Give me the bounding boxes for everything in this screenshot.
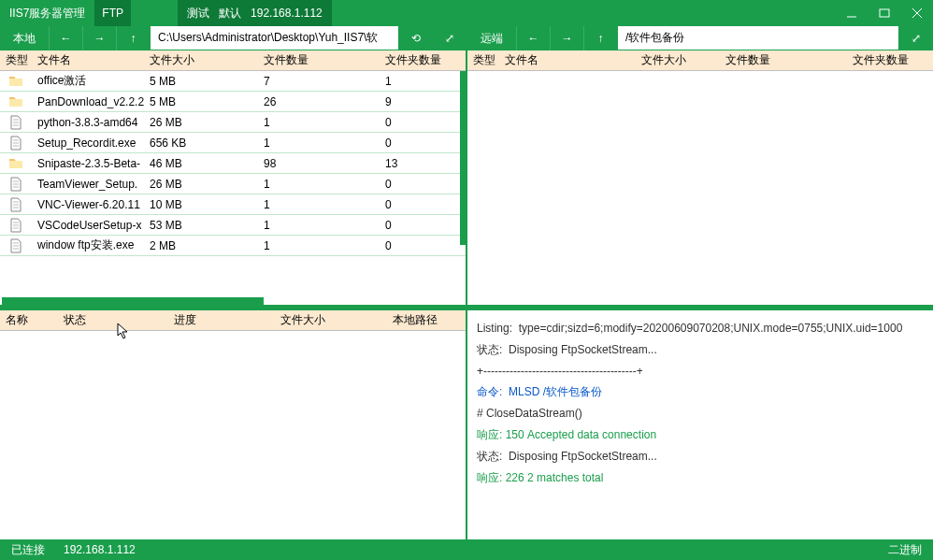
folder-count: 0	[380, 239, 466, 252]
file-count: 1	[258, 178, 380, 191]
local-pane: 类型 文件名 文件大小 文件数量 文件夹数量 office激活5 MB71Pan…	[0, 50, 467, 305]
statusbar: 已连接 192.168.1.112 二进制	[0, 539, 933, 560]
table-row[interactable]: Snipaste-2.3.5-Beta-46 MB9813	[0, 153, 466, 174]
file-name: TeamViewer_Setup.	[32, 178, 144, 191]
file-name: window ftp安装.exe	[32, 237, 144, 253]
tab-default: 默认	[219, 6, 241, 22]
local-back-button[interactable]: ←	[49, 26, 82, 50]
file-count: 7	[258, 75, 380, 88]
minimize-button[interactable]	[835, 0, 868, 26]
svg-rect-1	[880, 9, 889, 17]
local-label: 本地	[0, 26, 49, 50]
log-line: +---------------------------------------…	[477, 361, 924, 382]
file-count: 1	[258, 116, 380, 129]
close-button[interactable]	[900, 0, 933, 26]
folder-icon	[0, 74, 32, 89]
col-name[interactable]: 文件名	[32, 52, 144, 68]
folder-count: 0	[380, 116, 466, 129]
remote-pane: 类型 文件名 文件大小 文件数量 文件夹数量	[467, 50, 933, 305]
remote-forward-button[interactable]: →	[550, 26, 583, 50]
table-row[interactable]: window ftp安装.exe2 MB10	[0, 236, 466, 256]
local-columns: 类型 文件名 文件大小 文件数量 文件夹数量	[0, 50, 466, 71]
col-type[interactable]: 类型	[0, 52, 32, 68]
remote-columns: 类型 文件名 文件大小 文件数量 文件夹数量	[467, 50, 933, 71]
tab-test: 测试	[187, 6, 209, 22]
remote-path-input[interactable]: /软件包备份	[617, 26, 899, 50]
file-count: 1	[258, 136, 380, 150]
ftp-tag: FTP	[94, 0, 131, 26]
table-row[interactable]: VSCodeUserSetup-x53 MB10	[0, 215, 466, 236]
col-name[interactable]: 文件名	[499, 52, 636, 68]
file-icon	[0, 238, 32, 253]
local-up-button[interactable]: ↑	[116, 26, 150, 50]
tcol-progress[interactable]: 进度	[168, 312, 275, 328]
table-row[interactable]: TeamViewer_Setup.26 MB10	[0, 174, 466, 194]
local-forward-button[interactable]: →	[82, 26, 116, 50]
status-connected: 已连接	[11, 542, 45, 558]
table-row[interactable]: Setup_Recordit.exe656 KB10	[0, 133, 466, 153]
tcol-name[interactable]: 名称	[0, 312, 58, 328]
status-ip: 192.168.1.112	[64, 543, 136, 556]
folder-count: 9	[380, 95, 466, 108]
folder-count: 0	[380, 219, 466, 232]
file-icon	[0, 218, 32, 233]
col-size[interactable]: 文件大小	[636, 52, 720, 68]
table-row[interactable]: VNC-Viewer-6.20.1110 MB10	[0, 194, 466, 215]
folder-icon	[0, 156, 32, 171]
file-count: 26	[258, 95, 380, 108]
local-file-list[interactable]: office激活5 MB71PanDownload_v2.2.25 MB269p…	[0, 71, 466, 295]
scrollbar-thumb[interactable]	[460, 71, 466, 245]
col-files[interactable]: 文件数量	[258, 52, 380, 68]
file-name: PanDownload_v2.2.2	[32, 95, 144, 108]
tcol-path[interactable]: 本地路径	[387, 312, 466, 328]
file-icon	[0, 197, 32, 212]
file-size: 5 MB	[144, 75, 258, 88]
file-name: VSCodeUserSetup-x	[32, 219, 144, 232]
tcol-size[interactable]: 文件大小	[275, 312, 387, 328]
remote-up-button[interactable]: ↑	[583, 26, 617, 50]
file-size: 656 KB	[144, 136, 258, 150]
local-path-input[interactable]: C:\Users\Administrator\Desktop\Yuh_IIS7\…	[150, 26, 399, 50]
file-icon	[0, 177, 32, 192]
tab-ip: 192.168.1.112	[251, 7, 323, 20]
file-size: 26 MB	[144, 178, 258, 191]
file-icon	[0, 115, 32, 130]
table-row[interactable]: python-3.8.3-amd6426 MB10	[0, 112, 466, 133]
table-row[interactable]: PanDownload_v2.2.25 MB269	[0, 92, 466, 112]
progress-bar	[2, 297, 264, 305]
tcol-state[interactable]: 状态	[58, 312, 168, 328]
file-size: 5 MB	[144, 95, 258, 108]
file-count: 1	[258, 198, 380, 211]
file-count: 1	[258, 219, 380, 232]
remote-expand-button[interactable]: ⤢	[899, 26, 933, 50]
folder-count: 0	[380, 136, 466, 150]
col-files[interactable]: 文件数量	[720, 52, 847, 68]
log-line: # CloseDataStream()	[477, 403, 924, 424]
transfer-queue: 名称 状态 进度 文件大小 本地路径	[0, 310, 467, 544]
remote-back-button[interactable]: ←	[516, 26, 550, 50]
file-size: 46 MB	[144, 157, 258, 170]
col-dirs[interactable]: 文件夹数量	[380, 52, 466, 68]
file-name: Setup_Recordit.exe	[32, 136, 144, 150]
file-name: VNC-Viewer-6.20.11	[32, 198, 144, 211]
maximize-button[interactable]	[868, 0, 900, 26]
log-line: Listing: type=cdir;sizd=6;modify=2020060…	[477, 318, 924, 339]
log-panel: Listing: type=cdir;sizd=6;modify=2020060…	[467, 310, 933, 544]
remote-file-list[interactable]	[467, 71, 933, 305]
file-name: office激活	[32, 73, 144, 89]
local-refresh-button[interactable]: ⟲	[399, 26, 433, 50]
file-size: 53 MB	[144, 219, 258, 232]
file-size: 10 MB	[144, 198, 258, 211]
local-expand-button[interactable]: ⤢	[433, 26, 466, 50]
col-dirs[interactable]: 文件夹数量	[847, 52, 933, 68]
log-line: 状态: Disposing FtpSocketStream...	[477, 446, 924, 467]
log-line: 响应: 150 Accepted data connection	[477, 424, 924, 446]
app-name: IIS7服务器管理	[0, 0, 94, 26]
col-size[interactable]: 文件大小	[144, 52, 258, 68]
connection-tab[interactable]: 测试 默认 192.168.1.112	[178, 0, 332, 26]
file-count: 98	[258, 157, 380, 170]
status-mode: 二进制	[888, 542, 922, 558]
table-row[interactable]: office激活5 MB71	[0, 71, 466, 92]
folder-count: 0	[380, 178, 466, 191]
col-type[interactable]: 类型	[467, 52, 499, 68]
